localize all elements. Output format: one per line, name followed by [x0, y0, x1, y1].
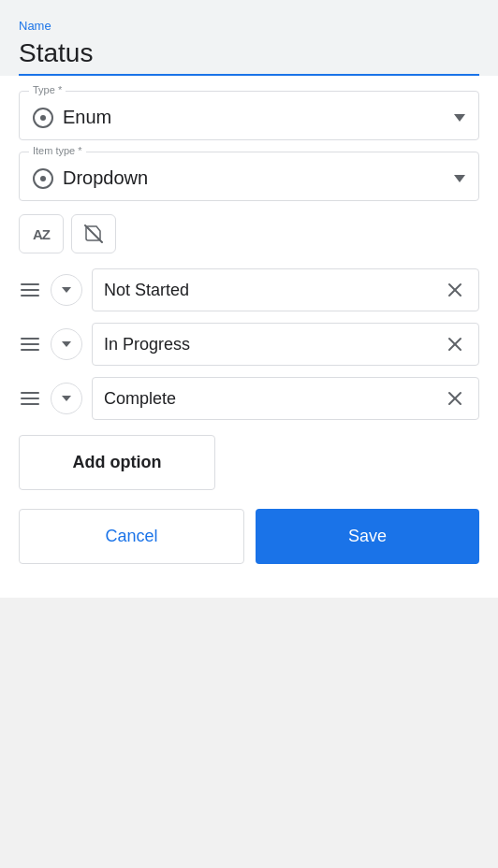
- drag-line-2: [21, 289, 39, 291]
- bottom-actions: Cancel Save: [19, 509, 479, 583]
- option-input-wrapper-3: [92, 377, 479, 420]
- drag-line-3: [21, 403, 39, 405]
- no-color-button[interactable]: [71, 214, 116, 253]
- option-input-3[interactable]: [104, 389, 443, 409]
- form-container: Name Type * Enum Item type *: [0, 0, 498, 598]
- drag-line-3: [21, 295, 39, 297]
- option-clear-button-2[interactable]: [443, 332, 467, 356]
- option-input-1[interactable]: [104, 281, 443, 300]
- drag-handle[interactable]: [19, 280, 41, 300]
- small-arrow-icon-2: [62, 341, 71, 347]
- no-color-icon: [83, 224, 104, 244]
- save-button[interactable]: Save: [256, 509, 479, 564]
- item-type-select-text: Dropdown: [63, 167, 148, 189]
- name-section: Name: [0, 0, 498, 76]
- type-select-text: Enum: [63, 107, 111, 128]
- item-type-circle-icon: [33, 168, 53, 189]
- item-type-dropdown-arrow-icon: [454, 175, 465, 182]
- drag-line-1: [21, 392, 39, 394]
- small-arrow-icon-1: [62, 287, 71, 293]
- drag-handle[interactable]: [19, 334, 41, 354]
- close-icon: [447, 390, 463, 407]
- type-field-label: Type *: [29, 84, 66, 95]
- type-circle-icon: [33, 108, 53, 128]
- type-select-inner: Enum: [33, 107, 111, 128]
- type-select-field[interactable]: Type * Enum: [19, 91, 479, 140]
- options-toolbar: AZ: [19, 214, 479, 253]
- drag-line-1: [21, 338, 39, 340]
- table-row: [19, 377, 479, 420]
- table-row: [19, 323, 479, 366]
- drag-line-2: [21, 343, 39, 345]
- small-arrow-icon-3: [62, 396, 71, 401]
- table-row: [19, 268, 479, 311]
- type-select-value-row: Enum: [33, 107, 465, 128]
- option-clear-button-1[interactable]: [443, 278, 467, 302]
- item-type-select-field[interactable]: Item type * Dropdown: [19, 152, 479, 201]
- option-color-dropdown-2[interactable]: [51, 328, 82, 360]
- option-input-2[interactable]: [104, 335, 443, 354]
- item-type-field-label: Item type *: [29, 145, 86, 156]
- item-type-circle-dot: [40, 176, 46, 181]
- option-input-wrapper-1: [92, 268, 479, 311]
- options-list: [19, 268, 479, 420]
- name-input-wrapper: [19, 38, 479, 76]
- name-input[interactable]: [19, 38, 479, 68]
- option-clear-button-3[interactable]: [443, 386, 467, 411]
- main-content: Type * Enum Item type * Dropdow: [0, 76, 498, 598]
- drag-line-1: [21, 283, 39, 285]
- sort-az-icon: AZ: [33, 226, 50, 242]
- cancel-button[interactable]: Cancel: [19, 509, 244, 564]
- drag-line-3: [21, 349, 39, 351]
- option-color-dropdown-3[interactable]: [51, 383, 82, 414]
- type-dropdown-arrow-icon: [454, 114, 465, 122]
- drag-line-2: [21, 398, 39, 399]
- close-icon: [447, 336, 463, 353]
- type-circle-dot: [40, 115, 46, 121]
- sort-az-button[interactable]: AZ: [19, 214, 64, 253]
- close-icon: [447, 282, 463, 298]
- item-type-select-value-row: Dropdown: [33, 167, 465, 189]
- option-color-dropdown-1[interactable]: [51, 274, 82, 306]
- drag-handle[interactable]: [19, 388, 41, 409]
- option-input-wrapper-2: [92, 323, 479, 366]
- add-option-button[interactable]: Add option: [19, 435, 215, 490]
- item-type-select-inner: Dropdown: [33, 167, 148, 189]
- name-field-label: Name: [19, 19, 479, 33]
